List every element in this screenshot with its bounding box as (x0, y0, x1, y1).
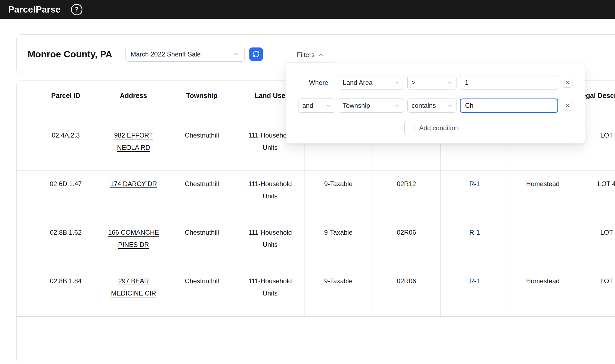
cell-parcel-id: 02.4A.2.3 (17, 122, 99, 171)
col-header-parcel-id: Parcel ID (17, 81, 99, 122)
filter-condition-row: Where Land Area > × (298, 76, 572, 90)
refresh-icon (252, 50, 260, 58)
cell-township: Chestnuthill (168, 122, 236, 171)
close-icon: × (566, 103, 569, 109)
filter-field-select[interactable]: Land Area (339, 76, 404, 90)
filter-operator-value: contains (411, 102, 436, 109)
remove-condition-button[interactable]: × (563, 101, 572, 111)
filter-operator-select[interactable]: contains (407, 99, 456, 113)
cell-land-use: 111-Household Units (236, 219, 304, 268)
col-header-address: Address (99, 81, 168, 122)
filter-join-select[interactable]: and (298, 99, 335, 113)
cell-legal-description: LOT (577, 268, 615, 316)
chevron-down-icon (326, 103, 331, 108)
cell-8: Homestead (509, 268, 577, 316)
cell-6: 02R06 (372, 268, 440, 316)
table-row: 02.8B.1.84 297 BEAR MEDICINE CIR Chestnu… (17, 268, 615, 317)
cell-5: 9-Taxable (304, 219, 372, 268)
add-condition-label: Add condition (419, 124, 459, 132)
cell-address: 982 EFFORT NEOLA RD (99, 122, 168, 171)
cell-7: R-1 (440, 171, 509, 219)
cell-5: 9-Taxable (304, 268, 372, 316)
close-icon: × (566, 80, 569, 86)
cell-legal-description: LOT 4 (577, 171, 615, 219)
cell-land-use: 111-Household Units (236, 171, 304, 219)
add-condition-row: + Add condition (298, 121, 572, 135)
address-link[interactable]: 297 BEAR MEDICINE CIR (106, 275, 161, 299)
refresh-button[interactable] (249, 47, 263, 61)
filter-field-value: Township (343, 102, 370, 109)
add-condition-button[interactable]: + Add condition (404, 121, 466, 135)
chevron-down-icon (447, 80, 452, 85)
help-icon[interactable]: ? (71, 4, 82, 15)
cell-7: R-1 (440, 219, 509, 268)
col-header-township: Township (168, 81, 236, 122)
filters-button-label: Filters (297, 51, 315, 59)
filter-value-input[interactable] (460, 76, 558, 90)
dataset-select[interactable]: March 2022 Sheriff Sale (125, 47, 245, 62)
dataset-select-value: March 2022 Sheriff Sale (130, 50, 201, 58)
where-label: Where (298, 79, 335, 86)
table-row: 02.6D.1.47 174 DARCY DR Chestnuthill 111… (17, 171, 615, 219)
address-link[interactable]: 982 EFFORT NEOLA RD (106, 129, 161, 154)
cell-5: 9-Taxable (304, 171, 372, 219)
cell-address: 297 BEAR MEDICINE CIR (99, 268, 168, 316)
cell-parcel-id: 02.6D.1.47 (17, 171, 99, 219)
remove-condition-button[interactable]: × (563, 78, 572, 88)
chevron-up-icon (318, 52, 324, 58)
table-row: 02.8B.1.62 166 COMANCHE PINES DR Chestnu… (17, 219, 615, 268)
cell-land-use: 111-Household Units (236, 268, 304, 316)
cell-township: Chestnuthill (168, 268, 236, 316)
page-title: Monroe County, PA (28, 49, 112, 59)
plus-icon: + (412, 124, 416, 132)
chevron-down-icon (233, 51, 240, 58)
cell-address: 174 DARCY DR (99, 171, 168, 219)
filter-field-value: Land Area (343, 79, 372, 86)
filters-button[interactable]: Filters (286, 47, 335, 63)
address-link[interactable]: 166 COMANCHE PINES DR (106, 226, 161, 251)
cell-8 (509, 219, 577, 268)
top-bar: ParcelParse ? (0, 0, 615, 19)
cell-township: Chestnuthill (168, 171, 236, 219)
app-logo: ParcelParse (8, 4, 61, 15)
cell-6: 02R12 (372, 171, 440, 219)
cell-6: 02R06 (372, 219, 440, 268)
filters-popover: Where Land Area > × and Township contain… (286, 63, 585, 144)
filter-value-input[interactable] (460, 99, 558, 113)
filter-join-value: and (302, 102, 313, 109)
chevron-down-icon (395, 103, 400, 108)
address-link[interactable]: 174 DARCY DR (110, 178, 157, 190)
cell-legal-description: LOT (577, 219, 615, 268)
chevron-down-icon (447, 103, 452, 108)
cell-parcel-id: 02.8B.1.62 (17, 219, 99, 268)
filter-operator-select[interactable]: > (407, 76, 456, 90)
filter-operator-value: > (411, 79, 415, 86)
filter-field-select[interactable]: Township (339, 99, 404, 113)
cell-8: Homestead (509, 171, 577, 219)
cell-address: 166 COMANCHE PINES DR (99, 219, 168, 268)
chevron-down-icon (395, 80, 400, 85)
cell-7: R-1 (440, 268, 509, 316)
cell-parcel-id: 02.8B.1.84 (17, 268, 99, 316)
filter-condition-row: and Township contains × (298, 99, 572, 113)
cell-township: Chestnuthill (168, 219, 236, 268)
